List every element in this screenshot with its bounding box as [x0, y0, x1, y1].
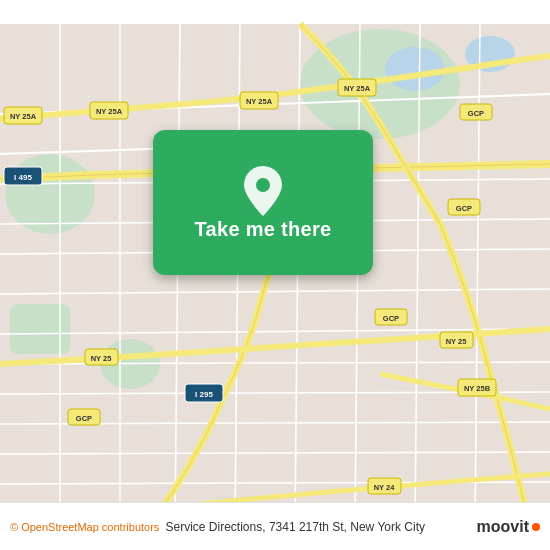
svg-text:NY 25: NY 25	[446, 337, 467, 346]
svg-text:I 295: I 295	[195, 390, 213, 399]
svg-text:GCP: GCP	[76, 414, 92, 423]
svg-text:NY 24: NY 24	[374, 483, 396, 492]
svg-point-57	[256, 178, 270, 192]
svg-text:NY 25A: NY 25A	[344, 84, 371, 93]
map-background: I 495 I 295 NY 25A NY 25A NY 25A NY 25A …	[0, 0, 550, 550]
svg-text:NY 25B: NY 25B	[464, 384, 491, 393]
svg-point-2	[5, 154, 95, 234]
svg-point-5	[385, 47, 445, 91]
copyright-text: © OpenStreetMap contributors	[10, 521, 166, 533]
svg-text:GCP: GCP	[383, 314, 399, 323]
osm-copyright: © OpenStreetMap contributors	[10, 521, 159, 533]
svg-text:NY 25A: NY 25A	[246, 97, 273, 106]
take-me-there-card[interactable]: Take me there	[153, 130, 373, 275]
svg-text:NY 25: NY 25	[91, 354, 112, 363]
take-me-there-button-label: Take me there	[195, 218, 332, 241]
moovit-logo-text: moovit	[477, 518, 529, 536]
svg-text:GCP: GCP	[456, 204, 472, 213]
svg-text:I 495: I 495	[14, 173, 32, 182]
svg-text:GCP: GCP	[468, 109, 484, 118]
service-info: Service Directions, 7341 217th St, New Y…	[166, 520, 477, 534]
moovit-dot	[532, 523, 540, 531]
bottom-bar: © OpenStreetMap contributors Service Dir…	[0, 502, 550, 550]
map-container: I 495 I 295 NY 25A NY 25A NY 25A NY 25A …	[0, 0, 550, 550]
svg-rect-4	[10, 304, 70, 354]
svg-text:NY 25A: NY 25A	[96, 107, 123, 116]
svg-text:NY 25A: NY 25A	[10, 112, 37, 121]
moovit-logo: moovit	[477, 518, 540, 536]
location-pin-icon	[241, 164, 285, 218]
